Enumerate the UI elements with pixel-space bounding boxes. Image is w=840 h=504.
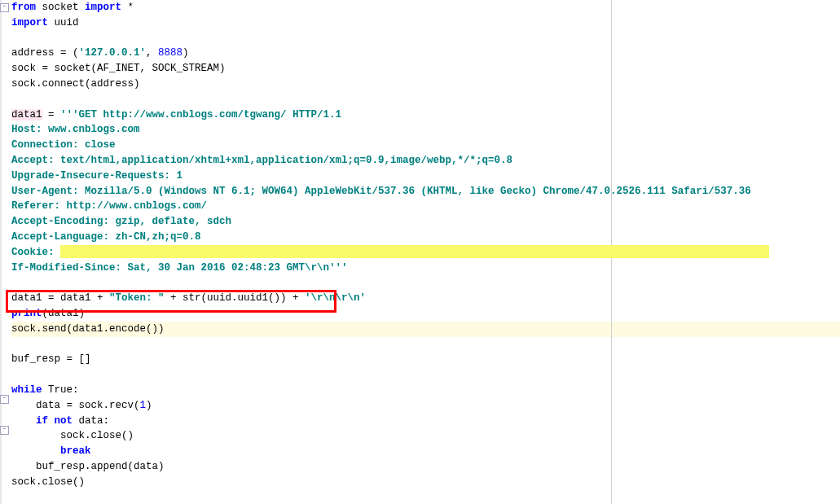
string-literal: Accept-Encoding: gzip, deflate, sdch xyxy=(11,216,231,227)
code-line: print(data1) xyxy=(11,306,840,322)
code-line: data = sock.recv(1) xyxy=(11,398,840,414)
string-literal: Accept: text/html,application/xhtml+xml,… xyxy=(11,155,512,166)
code-line: address = ('127.0.0.1', 8888) xyxy=(11,46,840,61)
keyword-break: break xyxy=(60,445,91,457)
string-literal: Host: www.cnblogs.com xyxy=(11,124,140,135)
code-line: Upgrade-Insecure-Requests: 1 xyxy=(11,169,840,184)
string-literal: User-Agent: Mozilla/5.0 (Windows NT 6.1;… xyxy=(11,186,751,197)
code-line: Referer: http://www.cnblogs.com/ xyxy=(11,199,840,214)
code-editor-view: - - - from socket import * import uuid a… xyxy=(0,0,840,504)
code-line: Accept: text/html,application/xhtml+xml,… xyxy=(11,153,840,169)
string-literal: '127.0.0.1' xyxy=(79,47,147,59)
blank-line xyxy=(11,31,840,46)
string-literal: Connection: close xyxy=(11,139,116,151)
fold-marker-icon[interactable]: - xyxy=(0,426,9,435)
code-line: Connection: close xyxy=(11,138,840,153)
code-line: import uuid xyxy=(11,15,840,31)
keyword-import: import xyxy=(85,2,121,13)
keyword-from: from xyxy=(11,2,36,13)
code-line: break xyxy=(11,444,840,459)
keyword-not: not xyxy=(48,415,73,427)
blank-line xyxy=(11,337,840,353)
code-line: from socket import * xyxy=(11,0,840,15)
highlighted-word: data1 xyxy=(11,109,42,121)
code-line: sock = socket(AF_INET, SOCK_STREAM) xyxy=(11,61,840,77)
string-literal: Accept-Language: zh-CN,zh;q=0.8 xyxy=(11,231,201,243)
keyword-import: import xyxy=(11,17,48,28)
keyword-if: if xyxy=(36,415,48,427)
code-line: data1 = '''GET http://www.cnblogs.com/tg… xyxy=(11,107,840,123)
number-literal: 8888 xyxy=(158,47,183,59)
fold-marker-icon[interactable]: - xyxy=(0,395,9,404)
fold-marker-icon[interactable]: - xyxy=(0,3,9,12)
code-line: Cookie: xyxy=(11,245,840,261)
code-line: sock.connect(address) xyxy=(11,77,840,92)
keyword-print: print xyxy=(11,308,42,319)
code-line: sock.close() xyxy=(11,475,840,490)
string-literal: Referer: http://www.cnblogs.com/ xyxy=(11,200,207,212)
blank-line xyxy=(11,92,840,107)
code-line: Accept-Language: zh-CN,zh;q=0.8 xyxy=(11,230,840,245)
code-line: data1 = data1 + "Token: " + str(uuid.uui… xyxy=(11,291,840,306)
code-line: Host: www.cnblogs.com xyxy=(11,122,840,138)
current-line: sock.send(data1.encode()) xyxy=(11,322,840,337)
string-literal: Cookie: xyxy=(11,247,60,258)
blank-line xyxy=(11,367,840,383)
code-line: User-Agent: Mozilla/5.0 (Windows NT 6.1;… xyxy=(11,184,840,199)
string-literal: Upgrade-Insecure-Requests: 1 xyxy=(11,170,183,182)
code-line: Accept-Encoding: gzip, deflate, sdch xyxy=(11,214,840,230)
code-line: buf_resp = [] xyxy=(11,352,840,367)
string-literal: If-Modified-Since: Sat, 30 Jan 2016 02:4… xyxy=(11,262,348,274)
code-line: while True: xyxy=(11,383,840,398)
blank-line xyxy=(11,275,840,291)
code-line: sock.close() xyxy=(11,428,840,444)
code-line: If-Modified-Since: Sat, 30 Jan 2016 02:4… xyxy=(11,261,840,276)
number-literal: 1 xyxy=(140,400,147,411)
string-literal: '''GET http://www.cnblogs.com/tgwang/ HT… xyxy=(60,109,341,121)
redacted-cookie-value xyxy=(60,245,769,258)
string-literal: "Token: " xyxy=(109,292,165,304)
keyword-while: while xyxy=(11,384,42,396)
code-line: if not data: xyxy=(11,414,840,429)
string-literal: '\r\n\r\n' xyxy=(305,292,366,304)
code-line: buf_resp.append(data) xyxy=(11,459,840,475)
